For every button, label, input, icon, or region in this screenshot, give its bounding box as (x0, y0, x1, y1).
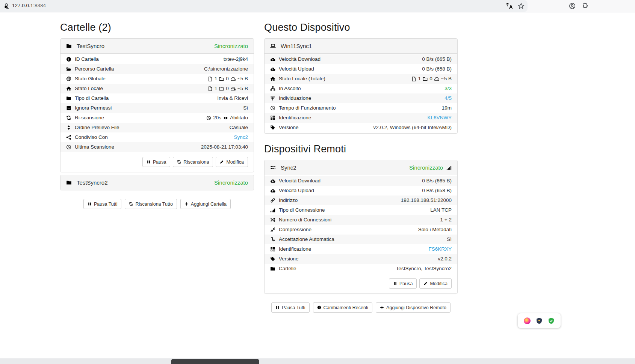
translate-icon[interactable] (506, 3, 513, 9)
folder-panel-header[interactable]: TestSyncro Sincronizzato (60, 39, 254, 54)
pausa-tutti-button[interactable]: Pausa Tutti (271, 302, 310, 313)
green-shield-extension-icon[interactable] (548, 317, 555, 324)
value-text: 1 (215, 85, 218, 92)
value-link[interactable]: FS6KRXY (428, 246, 452, 253)
color-circle-extension-icon[interactable] (524, 317, 531, 324)
aggiungi-dispositivo-remoto-button[interactable]: Aggiungi Dispositivo Remoto (376, 302, 451, 313)
folder-o-icon (423, 77, 428, 81)
link-icon (270, 198, 275, 203)
riscansiona-tutto-button[interactable]: Riscansiona Tutto (125, 199, 177, 209)
devices-column: Questo Dispositivo Win11Sync1 Velocità D… (264, 22, 458, 313)
share-icon (66, 135, 71, 140)
value-text: 1 (215, 75, 218, 82)
home-icon (66, 86, 71, 91)
value-link[interactable]: Sync2 (234, 134, 248, 141)
table-row: CompressioneSolo i Metadati (265, 225, 457, 235)
row-value: FS6KRXY (428, 246, 452, 253)
qrcode-icon (270, 115, 275, 120)
remote-devices-actions: Pausa TuttiCambiamenti RecentiAggiungi D… (264, 302, 458, 313)
table-row: Velocità Upload0 B/s (658 B) (265, 64, 457, 74)
row-label: Compressione (270, 226, 311, 233)
globe-icon (66, 76, 71, 81)
minus-square-icon (66, 105, 71, 111)
value-text: TestSyncro, TestSyncro2 (396, 265, 452, 272)
value-text: 4/5 (444, 95, 452, 102)
row-label: Numero di Connessioni (270, 217, 331, 223)
value-text: 0 (226, 85, 229, 92)
pause-icon (147, 160, 151, 164)
pausa-button[interactable]: Pausa (142, 157, 170, 167)
remote-device-status: Sincronizzato (409, 164, 452, 171)
row-value: KL6VNWY (427, 114, 452, 121)
table-row: ID Cartellatxtev-2j9k4 (60, 54, 254, 64)
row-value: 19m (442, 105, 452, 111)
row-value: Sync2 (234, 134, 248, 141)
qrcode-icon (270, 247, 275, 252)
row-label: Individuazione (270, 95, 311, 102)
browser-extension-overlay (518, 313, 561, 328)
this-device-header[interactable]: Win11Sync1 (265, 39, 457, 54)
row-value: v2.0.2, Windows (64-bit Intel/AMD) (373, 124, 452, 131)
table-row: Stato Locale (Totale)10~5 B (265, 74, 457, 84)
folder-panel-header[interactable]: TestSyncro2 Sincronizzato (60, 175, 254, 190)
this-device-panel: Win11Sync1 Velocità Download0 B/s (665 B… (264, 38, 458, 134)
row-label: Stato Globale (66, 75, 106, 82)
table-row: Versionev2.0.2 (265, 254, 457, 264)
riscansiona-button[interactable]: Riscansiona (173, 157, 213, 167)
file-icon (411, 77, 416, 81)
folder-panel-testsyncro: TestSyncro Sincronizzato ID Cartellatxte… (60, 38, 254, 172)
row-label: In Ascolto (270, 85, 301, 92)
this-device-name: Win11Sync1 (281, 43, 312, 49)
bookmark-star-icon[interactable] (518, 3, 525, 9)
value-link[interactable]: KL6VNWY (427, 114, 452, 121)
row-label: Velocità Upload (270, 187, 314, 194)
hdd-icon (434, 77, 439, 81)
sitemap-icon (270, 86, 275, 91)
table-row: Individuazione4/5 (265, 93, 457, 103)
table-row: Condiviso ConSync2 (60, 132, 254, 142)
row-label: Ultima Scansione (66, 144, 114, 150)
roadsign-icon (270, 96, 275, 101)
row-value: 20sAbilitato (206, 114, 248, 121)
value-text: 3/3 (444, 85, 452, 92)
folders-actions: Pausa TuttiRiscansiona TuttoAggiungi Car… (60, 199, 254, 209)
row-label: Accettazione Automatica (270, 236, 334, 243)
value-text: 19m (442, 105, 452, 111)
row-value: 0 B/s (658 B) (422, 187, 452, 194)
lock-warning-icon[interactable] (3, 3, 9, 9)
value-text: C:\sincronizzazione (204, 66, 248, 72)
table-row: Velocità Download0 B/s (665 B) (265, 176, 457, 186)
value-text: Invia & Ricevi (217, 95, 248, 102)
row-value: 10~5 B (411, 75, 452, 82)
folder-panel-testsyncro2: TestSyncro2 Sincronizzato (60, 175, 254, 190)
row-label: Versione (270, 256, 299, 262)
pausa-tutti-button[interactable]: Pausa Tutti (83, 199, 122, 209)
table-row: Ri-scansione20sAbilitato (60, 113, 254, 123)
aggiungi-cartella-button[interactable]: Aggiungi Cartella (180, 199, 231, 209)
refresh-icon (66, 115, 71, 120)
value-text: Abilitato (230, 114, 248, 121)
level-down-icon (270, 237, 275, 242)
table-row: Ultima Scansione2025-08-21 17:03:40 (60, 142, 254, 152)
modifica-button[interactable]: Modifica (216, 157, 248, 167)
cambiamenti-recenti-button[interactable]: Cambiamenti Recenti (313, 302, 373, 313)
modifica-button[interactable]: Modifica (419, 278, 452, 289)
table-row: CartelleTestSyncro, TestSyncro2 (265, 264, 457, 274)
table-row: In Ascolto3/3 (265, 84, 457, 93)
dark-shield-extension-icon[interactable] (536, 317, 543, 324)
folder-o-icon (219, 77, 224, 81)
row-label: Tipo di Connessione (270, 207, 325, 214)
pausa-button[interactable]: Pausa (389, 278, 417, 289)
address-bar[interactable]: 127.0.0.1:8384 (0, 0, 528, 12)
row-value: v2.0.2 (438, 256, 452, 262)
row-value: Sì (447, 236, 452, 243)
this-device-heading: Questo Dispositivo (264, 22, 458, 33)
extensions-icon[interactable] (582, 3, 588, 9)
pause-icon (275, 305, 280, 310)
profile-icon[interactable] (569, 3, 576, 9)
table-row: Ordine Prelievo FileCasuale (60, 123, 254, 132)
laptop-icon (270, 43, 276, 49)
remote-device-header[interactable]: Sync2 Sincronizzato (265, 160, 457, 175)
value-text: 0 (226, 75, 229, 82)
folder-status: Sincronizzato (214, 43, 248, 49)
